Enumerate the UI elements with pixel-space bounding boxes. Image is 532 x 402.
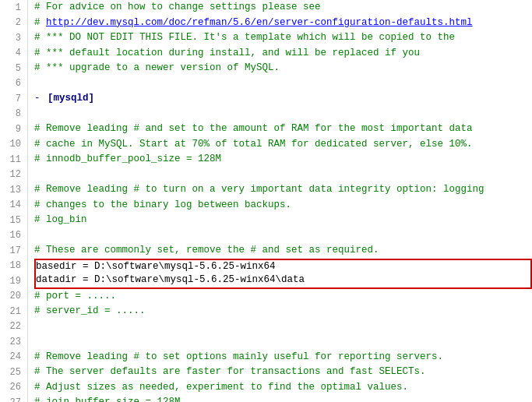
line-number: 20 — [3, 289, 21, 305]
line-number: 16 — [3, 228, 21, 244]
collapse-icon[interactable]: - — [34, 91, 46, 106]
code-line: datadir = D:\software\mysql-5.6.25-winx6… — [34, 273, 532, 289]
line-number: 24 — [3, 350, 21, 365]
code-line — [34, 228, 532, 244]
line-number: 4 — [3, 46, 21, 62]
comment-text: # Remove leading # to set options mainly… — [34, 350, 443, 365]
key-value-text: basedir = D:\software\mysql-5.6.25-winx6… — [36, 259, 276, 274]
line-number: 11 — [3, 152, 21, 168]
line-number: 7 — [3, 91, 21, 107]
code-line — [34, 76, 532, 92]
comment-link[interactable]: http://dev.mysql.com/doc/refman/5.6/en/s… — [46, 16, 473, 30]
line-number: 3 — [3, 30, 21, 46]
line-number-gutter: 1234567891011121314151617181920212223242… — [0, 0, 28, 402]
code-line: # cache in MySQL. Start at 70% of total … — [34, 137, 532, 153]
comment-text: # For advice on how to change settings p… — [34, 0, 321, 15]
comment-text: # server_id = ..... — [34, 304, 146, 319]
line-number: 27 — [3, 395, 21, 402]
comment-text: # Adjust sizes as needed, experiment to … — [34, 380, 408, 395]
code-line: # These are commonly set, remove the # a… — [34, 243, 532, 259]
code-line — [34, 334, 532, 350]
line-number: 10 — [3, 137, 21, 153]
comment-text: # These are commonly set, remove the # a… — [34, 243, 379, 258]
key-value-text: datadir = D:\software\mysql-5.6.25-winx6… — [36, 273, 305, 287]
code-editor: 1234567891011121314151617181920212223242… — [0, 0, 532, 402]
code-line — [34, 319, 532, 335]
line-number: 12 — [3, 168, 21, 183]
comment-text: # join_buffer_size = 128M — [34, 395, 181, 402]
line-number: 9 — [3, 122, 21, 137]
code-line: # server_id = ..... — [34, 304, 532, 319]
line-number: 21 — [3, 304, 21, 319]
comment-text: # changes to the binary log between back… — [34, 198, 291, 213]
section-label: [mysqld] — [48, 91, 94, 106]
code-line: # *** default location during install, a… — [34, 46, 532, 62]
line-number: 26 — [3, 380, 21, 396]
code-line: basedir = D:\software\mysql-5.6.25-winx6… — [34, 259, 532, 274]
code-line: # *** DO NOT EDIT THIS FILE. It's a temp… — [34, 30, 532, 46]
comment-prefix: # — [34, 16, 46, 30]
line-number: 25 — [3, 365, 21, 380]
line-number: 19 — [3, 273, 21, 289]
code-line: # Remove leading # to turn on a very imp… — [34, 182, 532, 198]
line-number: 22 — [3, 319, 21, 335]
comment-text: # cache in MySQL. Start at 70% of total … — [34, 137, 473, 152]
comment-text: # *** upgrade to a newer version of MySQ… — [34, 61, 280, 76]
line-number: 13 — [3, 182, 21, 198]
code-line: - [mysqld] — [34, 91, 532, 107]
code-line: # Adjust sizes as needed, experiment to … — [34, 380, 532, 396]
line-number: 17 — [3, 243, 21, 259]
comment-text: # log_bin — [34, 213, 87, 227]
line-number: 14 — [3, 198, 21, 213]
code-content[interactable]: # For advice on how to change settings p… — [28, 0, 532, 402]
line-number: 5 — [3, 61, 21, 76]
code-line: # The server defaults are faster for tra… — [34, 365, 532, 380]
line-number: 2 — [3, 16, 21, 31]
comment-text: # innodb_buffer_pool_size = 128M — [34, 152, 221, 167]
code-line: # http://dev.mysql.com/doc/refman/5.6/en… — [34, 16, 532, 31]
code-line: # log_bin — [34, 213, 532, 228]
line-number: 18 — [3, 259, 21, 274]
code-line: # changes to the binary log between back… — [34, 198, 532, 213]
code-line — [34, 168, 532, 183]
line-number: 8 — [3, 107, 21, 122]
code-line — [34, 107, 532, 122]
code-line: # join_buffer_size = 128M — [34, 395, 532, 402]
code-line: # *** upgrade to a newer version of MySQ… — [34, 61, 532, 76]
code-line: # Remove leading # and set to the amount… — [34, 122, 532, 137]
comment-text: # port = ..... — [34, 289, 116, 304]
line-number: 6 — [3, 76, 21, 92]
code-line: # For advice on how to change settings p… — [34, 0, 532, 16]
code-line: # Remove leading # to set options mainly… — [34, 350, 532, 365]
code-line: # port = ..... — [34, 289, 532, 305]
comment-text: # Remove leading # to turn on a very imp… — [34, 182, 484, 197]
comment-text: # The server defaults are faster for tra… — [34, 365, 426, 379]
line-number: 15 — [3, 213, 21, 228]
comment-text: # Remove leading # and set to the amount… — [34, 122, 473, 136]
line-number: 23 — [3, 334, 21, 350]
comment-text: # *** default location during install, a… — [34, 46, 420, 61]
line-number: 1 — [3, 0, 21, 16]
comment-text: # *** DO NOT EDIT THIS FILE. It's a temp… — [34, 30, 455, 45]
code-line: # innodb_buffer_pool_size = 128M — [34, 152, 532, 168]
